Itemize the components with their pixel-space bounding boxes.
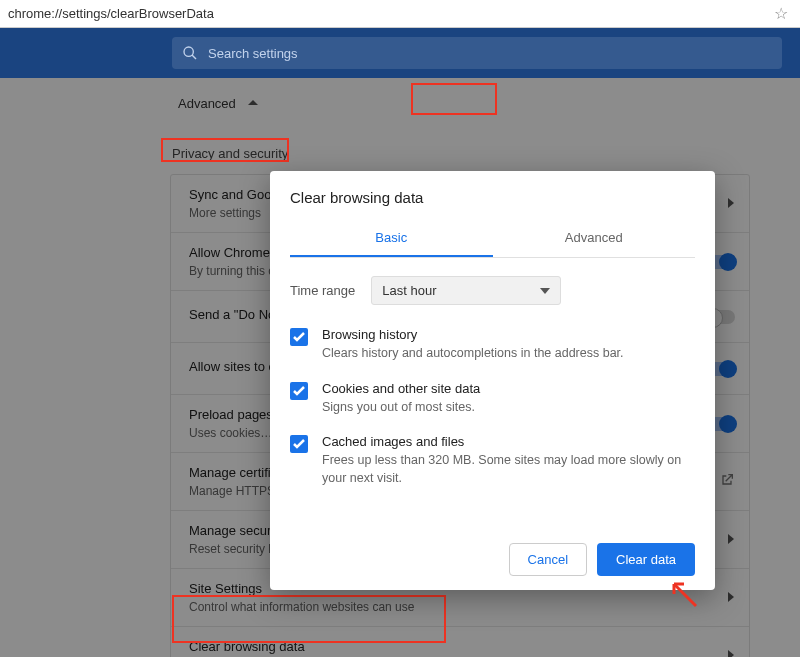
dialog-footer: Cancel Clear data [290, 543, 695, 576]
url-text: chrome://settings/clearBrowserData [8, 6, 214, 21]
annotation-box [172, 595, 446, 643]
option-desc: Frees up less than 320 MB. Some sites ma… [322, 452, 695, 487]
tab-basic[interactable]: Basic [290, 220, 493, 257]
time-range-row: Time range Last hour [290, 276, 695, 305]
header-bar: Search settings [0, 28, 800, 78]
option-cookies[interactable]: Cookies and other site data Signs you ou… [290, 381, 695, 417]
checkbox-checked[interactable] [290, 435, 308, 453]
advanced-section-header[interactable]: Advanced [170, 88, 258, 118]
svg-point-0 [184, 47, 193, 56]
search-placeholder: Search settings [208, 46, 298, 61]
option-desc: Clears history and autocompletions in th… [322, 345, 624, 363]
checkbox-checked[interactable] [290, 328, 308, 346]
chevron-right-icon [727, 589, 735, 607]
time-range-label: Time range [290, 283, 355, 298]
annotation-box [161, 138, 289, 162]
tab-advanced[interactable]: Advanced [493, 220, 696, 257]
search-input[interactable]: Search settings [172, 37, 782, 69]
page-body: Advanced Privacy and security Sync and G… [0, 78, 800, 657]
chevron-up-icon [248, 98, 258, 108]
external-link-icon [719, 472, 735, 492]
option-desc: Signs you out of most sites. [322, 399, 480, 417]
chevron-right-icon [727, 647, 735, 658]
chevron-right-icon [727, 195, 735, 213]
option-cache[interactable]: Cached images and files Frees up less th… [290, 434, 695, 487]
option-title: Cached images and files [322, 434, 695, 449]
cancel-button[interactable]: Cancel [509, 543, 587, 576]
annotation-box [411, 83, 497, 115]
time-range-dropdown[interactable]: Last hour [371, 276, 561, 305]
option-title: Cookies and other site data [322, 381, 480, 396]
time-range-value: Last hour [382, 283, 436, 298]
chevron-right-icon [727, 531, 735, 549]
chevron-down-icon [540, 288, 550, 294]
clear-data-button[interactable]: Clear data [597, 543, 695, 576]
svg-line-1 [192, 55, 196, 59]
dialog-tabs: Basic Advanced [290, 220, 695, 258]
option-browsing-history[interactable]: Browsing history Clears history and auto… [290, 327, 695, 363]
checkbox-checked[interactable] [290, 382, 308, 400]
dialog-title: Clear browsing data [290, 189, 695, 206]
url-bar[interactable]: chrome://settings/clearBrowserData ☆ [0, 0, 800, 28]
annotation-arrow [664, 574, 704, 618]
option-title: Browsing history [322, 327, 624, 342]
clear-browsing-data-dialog: Clear browsing data Basic Advanced Time … [270, 171, 715, 590]
bookmark-star-icon[interactable]: ☆ [774, 4, 788, 23]
advanced-label: Advanced [170, 92, 244, 115]
search-icon [182, 45, 198, 61]
